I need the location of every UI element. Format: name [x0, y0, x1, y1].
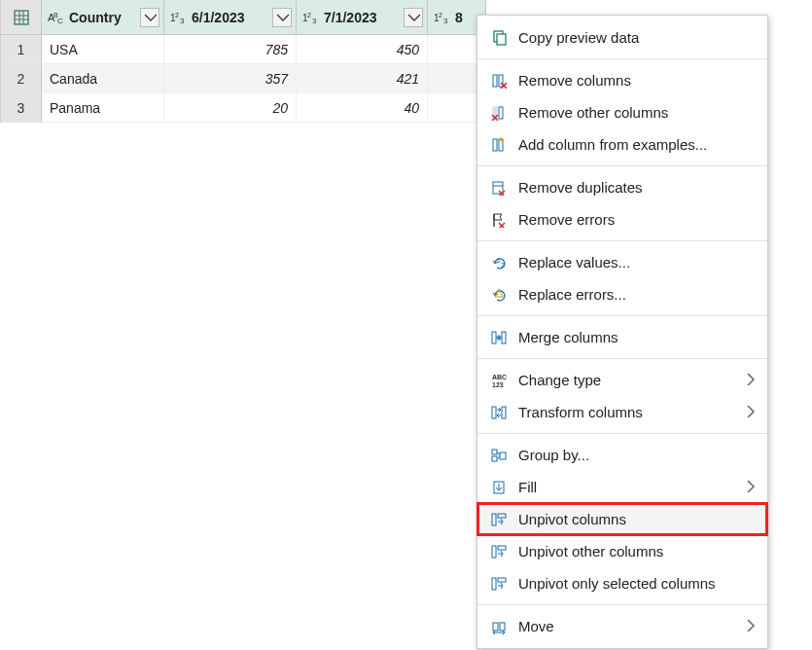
group-by-icon	[487, 448, 511, 463]
cell-country[interactable]: Panama	[42, 93, 164, 123]
menu-group-by[interactable]: Group by...	[477, 439, 767, 471]
row-index[interactable]: 3	[1, 93, 42, 123]
menu-replace-values[interactable]: Replace values...	[477, 246, 767, 278]
menu-unpivot-columns[interactable]: Unpivot columns	[477, 503, 767, 535]
menu-remove-errors[interactable]: Remove errors	[477, 203, 767, 235]
unpivot-icon	[487, 512, 511, 527]
grid-corner[interactable]	[1, 0, 42, 35]
chevron-right-icon	[744, 372, 756, 388]
remove-other-columns-icon	[487, 105, 511, 121]
col-label: Country	[67, 10, 138, 25]
menu-remove-columns[interactable]: Remove columns	[477, 64, 767, 96]
remove-errors-icon	[487, 212, 511, 228]
menu-replace-errors[interactable]: Replace errors...	[477, 278, 767, 310]
merge-columns-icon	[487, 330, 511, 345]
filter-button[interactable]	[140, 8, 159, 27]
caret-down-icon	[143, 11, 157, 24]
caret-down-icon	[406, 11, 420, 24]
menu-separator	[477, 604, 767, 605]
unpivot-icon	[487, 576, 511, 592]
context-menu: Copy preview data Remove columns Remove …	[477, 15, 768, 649]
text-type-icon	[46, 10, 67, 25]
menu-fill[interactable]: Fill	[477, 471, 767, 503]
menu-unpivot-other-columns[interactable]: Unpivot other columns	[477, 535, 767, 567]
number-type-icon	[432, 10, 453, 25]
menu-remove-duplicates[interactable]: Remove duplicates	[477, 171, 767, 203]
cell-country[interactable]: Canada	[42, 64, 164, 93]
move-icon	[487, 619, 511, 634]
menu-merge-columns[interactable]: Merge columns	[477, 321, 767, 353]
col-header-country[interactable]: Country	[42, 0, 164, 35]
menu-add-column-examples[interactable]: Add column from examples...	[477, 128, 767, 161]
filter-button[interactable]	[404, 8, 423, 27]
remove-duplicates-icon	[487, 180, 511, 196]
cell-value[interactable]: 421	[297, 64, 428, 93]
chevron-right-icon	[744, 618, 756, 634]
menu-separator	[477, 58, 767, 59]
cell-value[interactable]: 785	[164, 35, 297, 64]
menu-separator	[477, 240, 767, 241]
menu-separator	[477, 315, 767, 316]
change-type-icon	[487, 373, 511, 388]
chevron-right-icon	[744, 404, 756, 420]
cell-value[interactable]: 357	[164, 64, 297, 93]
col-header-date1[interactable]: 6/1/2023	[164, 0, 297, 35]
row-index[interactable]: 2	[1, 64, 42, 93]
number-type-icon	[300, 10, 322, 25]
number-type-icon	[168, 10, 190, 25]
cell-value[interactable]: 20	[164, 93, 297, 123]
chevron-right-icon	[744, 479, 756, 495]
replace-values-icon	[487, 255, 511, 271]
cell-value[interactable]: 450	[297, 35, 428, 64]
menu-separator	[477, 433, 767, 434]
menu-move[interactable]: Move	[477, 610, 767, 642]
menu-transform-columns[interactable]: Transform columns	[477, 396, 767, 428]
col-label: 6/1/2023	[190, 10, 270, 25]
transform-columns-icon	[487, 405, 511, 420]
fill-icon	[487, 480, 511, 495]
menu-separator	[477, 358, 767, 359]
filter-button[interactable]	[272, 8, 292, 27]
menu-remove-other-columns[interactable]: Remove other columns	[477, 96, 767, 128]
col-header-date2[interactable]: 7/1/2023	[297, 0, 428, 35]
unpivot-icon	[487, 544, 511, 560]
menu-unpivot-selected-columns[interactable]: Unpivot only selected columns	[477, 567, 767, 599]
menu-copy-preview[interactable]: Copy preview data	[477, 21, 767, 54]
table-icon	[14, 10, 29, 25]
col-label: 7/1/2023	[322, 10, 402, 25]
menu-separator	[477, 165, 767, 166]
replace-errors-icon	[487, 287, 511, 303]
cell-country[interactable]: USA	[42, 35, 164, 64]
add-column-icon	[487, 137, 511, 153]
cell-value[interactable]: 40	[297, 93, 428, 123]
copy-icon	[487, 30, 511, 46]
caret-down-icon	[275, 11, 289, 24]
menu-change-type[interactable]: Change type	[477, 364, 767, 396]
remove-columns-icon	[487, 73, 511, 89]
row-index[interactable]: 1	[1, 35, 42, 64]
